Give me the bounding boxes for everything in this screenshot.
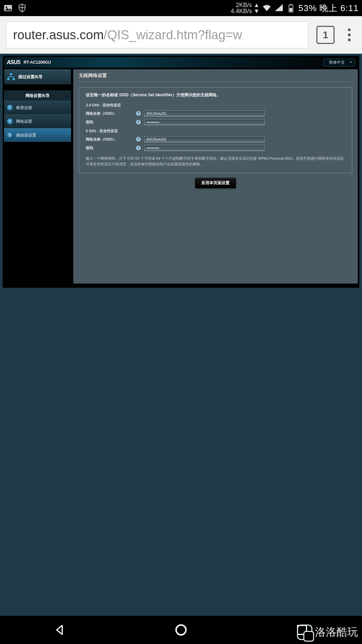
wizard-step-3[interactable]: 3 路由器设置 [4, 128, 71, 142]
ssid-24-label: 网络名称（SSID） [86, 111, 136, 116]
step-badge-3: 3 [7, 132, 13, 139]
watermark: 洛洛酷玩 [297, 625, 358, 640]
back-icon[interactable] [53, 623, 67, 637]
svg-rect-5 [10, 73, 12, 75]
svg-rect-7 [12, 78, 15, 80]
pwd-24-input[interactable] [144, 119, 265, 125]
language-selector[interactable]: 简体中文 [324, 59, 355, 66]
router-header: ASUS RT-AC1200GU 简体中文 [4, 57, 358, 68]
wechat-icon [297, 625, 312, 640]
row-ssid-5: 网络名称（SSID） ? [86, 136, 345, 142]
battery-percent: 53% [298, 3, 317, 13]
battery-icon [286, 3, 296, 13]
row-ssid-24: 网络名称（SSID） ? [86, 110, 345, 116]
gallery-icon [3, 3, 13, 13]
network-topology-icon [6, 73, 16, 81]
apply-button[interactable]: 应用本页面设置 [195, 178, 236, 188]
main-panel: 无线网络设置 设定唯一的名称或 SSID（Service Set Identif… [73, 69, 358, 284]
step-badge-1: 1 [7, 104, 13, 111]
svg-rect-6 [7, 78, 10, 80]
url-path: /QIS_wizard.htm?flag=w [104, 28, 242, 42]
step-1-label: 检查连接 [16, 105, 32, 111]
asus-logo: ASUS [7, 59, 20, 65]
band-5-header: 5 GHz - 安全性设定 [86, 128, 345, 133]
status-right: 2KB/s ▲ 4.4KB/s ▼ 53% 晚上6:11 [231, 2, 359, 14]
sidebar: 跳过设置向导 网络设置向导 1 检查连接 2 网络设置 3 路由器设置 [4, 69, 71, 284]
apply-label: 应用本页面设置 [201, 180, 230, 185]
band-24-header: 2.4 GHz - 安全性设定 [86, 103, 345, 108]
tab-count-value: 1 [323, 29, 328, 41]
wireless-config-box: 设定唯一的名称或 SSID（Service Set Identifier）方便辨… [79, 87, 352, 173]
watermark-text: 洛洛酷玩 [315, 625, 358, 640]
shield-icon [17, 3, 27, 13]
password-hint: 输入一个网络密码，介于 8 到 63 个字符或 64 个十六进制数字的字母和数字… [86, 156, 345, 167]
pwd-5-input[interactable] [144, 145, 265, 151]
ssid-5-label: 网络名称（SSID） [86, 137, 136, 142]
svg-rect-4 [290, 8, 292, 11]
download-speed: 4.4KB/s [231, 8, 252, 14]
wifi-icon [262, 3, 272, 13]
browser-toolbar: router.asus.com/QIS_wizard.htm?flag=w 1 [0, 16, 362, 54]
help-icon[interactable]: ? [136, 137, 141, 142]
step-3-label: 路由器设置 [16, 132, 36, 138]
pwd-24-label: 密码 [86, 120, 136, 125]
time-prefix: 晚上 [319, 2, 338, 14]
browser-menu-icon[interactable] [343, 29, 356, 41]
pwd-5-label: 密码 [86, 146, 136, 151]
language-label: 简体中文 [329, 60, 345, 65]
wizard-step-2[interactable]: 2 网络设置 [4, 114, 71, 128]
url-bar[interactable]: router.asus.com/QIS_wizard.htm?flag=w [6, 21, 308, 48]
help-icon[interactable]: ? [136, 120, 141, 124]
ssid-24-input[interactable] [144, 110, 265, 116]
svg-point-8 [176, 625, 186, 635]
row-pwd-5: 密码 ? [86, 145, 345, 151]
tab-switcher[interactable]: 1 [316, 26, 335, 44]
help-icon[interactable]: ? [136, 146, 141, 150]
row-pwd-24: 密码 ? [86, 119, 345, 125]
wizard-step-1[interactable]: 1 检查连接 [4, 101, 71, 114]
router-admin-page: ASUS RT-AC1200GU 简体中文 跳过设置向导 网络设置向导 1 检查… [3, 56, 359, 288]
network-speed: 2KB/s ▲ 4.4KB/s ▼ [231, 2, 259, 14]
skip-wizard-label: 跳过设置向导 [18, 74, 43, 80]
android-status-bar: 2KB/s ▲ 4.4KB/s ▼ 53% 晚上6:11 [0, 0, 362, 16]
router-model: RT-AC1200GU [23, 60, 51, 65]
help-icon[interactable]: ? [136, 111, 141, 116]
url-host: router.asus.com [13, 28, 104, 42]
skip-wizard-button[interactable]: 跳过设置向导 [4, 69, 71, 85]
panel-title: 无线网络设置 [79, 73, 352, 79]
upload-speed: 2KB/s [236, 2, 252, 8]
step-badge-2: 2 [7, 118, 13, 125]
status-left [3, 3, 27, 13]
ssid-5-input[interactable] [144, 136, 265, 142]
svg-rect-3 [290, 4, 292, 5]
svg-point-1 [6, 6, 7, 8]
wizard-header: 网络设置向导 [4, 91, 71, 101]
step-2-label: 网络设置 [16, 119, 32, 124]
home-icon[interactable] [174, 623, 188, 637]
divider [79, 82, 352, 82]
cell-signal-icon [274, 3, 284, 13]
clock: 6:11 [340, 3, 359, 13]
config-intro: 设定唯一的名称或 SSID（Service Set Identifier）方便辨… [86, 92, 345, 98]
